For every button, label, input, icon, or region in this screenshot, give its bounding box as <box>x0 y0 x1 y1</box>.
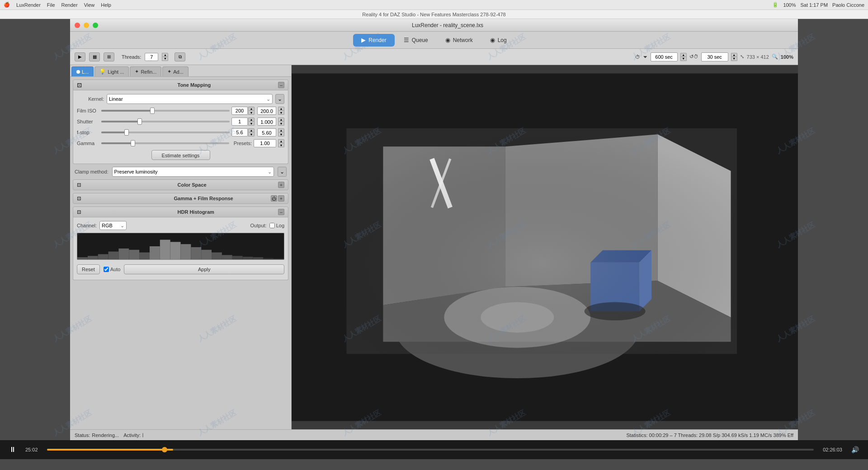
threads-input[interactable] <box>145 53 158 61</box>
file-menu[interactable]: File <box>47 2 55 8</box>
zoom-label: 100% <box>781 54 793 60</box>
sub-tab-lens[interactable]: L... <box>71 66 94 76</box>
gamma-film-toggle[interactable]: + <box>278 195 284 202</box>
apple-menu[interactable]: 🍎 <box>4 2 10 8</box>
maximize-button[interactable] <box>93 23 98 28</box>
fstop-display-steppers: ▲ ▼ <box>278 128 284 136</box>
presets-input[interactable] <box>254 139 276 147</box>
time2-up[interactable]: ▲ <box>731 53 737 57</box>
film-iso-disp-down[interactable]: ▼ <box>278 111 284 115</box>
shutter-disp-up[interactable]: ▲ <box>278 118 284 122</box>
fstop-input[interactable] <box>231 128 248 136</box>
presets-up[interactable]: ▲ <box>278 139 284 143</box>
light-icon: 💡 <box>99 69 106 75</box>
video-progress[interactable] <box>47 449 814 451</box>
film-iso-steppers: ▲ ▼ <box>248 107 255 115</box>
fstop-up[interactable]: ▲ <box>248 128 255 132</box>
shutter-up[interactable]: ▲ <box>248 118 255 122</box>
svg-rect-17 <box>253 257 263 259</box>
time2-input[interactable] <box>701 52 728 61</box>
time2-down[interactable]: ▼ <box>731 57 737 61</box>
network-tab-icon: ◉ <box>445 37 450 43</box>
clamp-arrow[interactable]: ⌄ <box>278 167 287 177</box>
hdr-histogram-header[interactable]: ⊡ HDR Histogram – <box>73 207 288 217</box>
svg-rect-1 <box>88 256 98 259</box>
fullscreen-button[interactable]: ⊞ <box>104 52 114 61</box>
film-iso-disp-up[interactable]: ▲ <box>278 107 284 111</box>
help-menu[interactable]: Help <box>101 2 111 8</box>
film-iso-slider[interactable] <box>101 110 230 112</box>
render-menu[interactable]: Render <box>61 2 78 8</box>
kernel-select[interactable]: Linear Reinhard <box>107 94 273 104</box>
fstop-disp-down[interactable]: ▼ <box>278 132 284 136</box>
gamma-label: Gamma <box>77 141 99 146</box>
gamma-film-power[interactable]: ⏻ <box>271 195 277 202</box>
close-button[interactable] <box>75 23 80 28</box>
auto-checkbox[interactable] <box>104 267 109 272</box>
tab-render[interactable]: ▶ Render <box>353 34 394 47</box>
play-button[interactable]: ▶ <box>75 52 85 61</box>
tab-log[interactable]: ◉ Log <box>482 34 515 47</box>
log-checkbox[interactable] <box>269 223 275 228</box>
fstop-down[interactable]: ▼ <box>248 132 255 136</box>
tone-mapping-icon: ⊡ <box>77 82 175 89</box>
queue-tab-icon: ☰ <box>404 37 409 43</box>
reset-button[interactable]: Reset <box>77 264 100 274</box>
minimize-button[interactable] <box>84 23 89 28</box>
grid-button[interactable]: ▦ <box>89 52 100 61</box>
sub-tab-light[interactable]: 💡 Light ... <box>94 66 129 76</box>
threads-down[interactable]: ▼ <box>162 57 168 61</box>
tone-mapping-toggle[interactable]: – <box>278 82 284 88</box>
video-play-button[interactable]: ⏸ <box>9 446 16 454</box>
time-down[interactable]: ▼ <box>680 57 687 61</box>
auto-checkbox-label[interactable]: Auto <box>104 267 121 272</box>
threads-up[interactable]: ▲ <box>162 53 168 57</box>
gamma-film-header[interactable]: ⊡ Gamma + Film Response ⏻ + <box>73 193 288 204</box>
shutter-down[interactable]: ▼ <box>248 122 255 126</box>
film-iso-input-group: ▲ ▼ <box>231 107 255 115</box>
apply-button[interactable]: Apply <box>124 264 284 274</box>
toolbar-right: ⏱ ⏷ ▲ ▼ ↺⏱ ▲ ▼ ⤡ 733 × 412 🔍 100% <box>635 52 793 61</box>
tone-mapping-header[interactable]: ⊡ Tone Mapping – <box>73 80 288 90</box>
presets-down[interactable]: ▼ <box>278 143 284 147</box>
fstop-steppers: ▲ ▼ <box>248 128 255 136</box>
tab-queue[interactable]: ☰ Queue <box>396 34 436 47</box>
hdr-histogram-content: Channel: RGB Red Green Blue Output: <box>73 217 288 280</box>
film-iso-down[interactable]: ▼ <box>248 111 255 115</box>
hdr-histogram-toggle[interactable]: – <box>278 209 284 215</box>
threads-steppers: ▲ ▼ <box>162 53 168 61</box>
sub-tab-advanced[interactable]: ✦ Ad... <box>162 66 189 76</box>
color-space-header[interactable]: ⊡ Color Space + <box>73 179 288 190</box>
svg-rect-3 <box>108 252 119 259</box>
video-thumb[interactable] <box>162 447 167 452</box>
shutter-slider[interactable] <box>101 121 230 122</box>
volume-icon[interactable]: 🔊 <box>851 446 859 453</box>
panel-scroll[interactable]: ⊡ Tone Mapping – Kernel: Linear Reinhard <box>70 77 291 429</box>
sub-tab-refine[interactable]: ✦ Refin... <box>130 66 161 76</box>
output-label: Output: <box>250 223 267 228</box>
shutter-input[interactable] <box>231 118 248 126</box>
clamp-select[interactable]: Preserve luminosity Cut <box>112 167 274 177</box>
fstop-label: f-stop <box>77 130 99 135</box>
estimate-settings-button[interactable]: Estimate settings <box>151 150 210 160</box>
view-menu[interactable]: View <box>84 2 95 8</box>
kernel-arrow[interactable]: ⌄ <box>275 94 284 104</box>
copy-button[interactable]: ⧉ <box>175 52 185 61</box>
gamma-slider[interactable] <box>101 142 229 144</box>
log-checkbox-label[interactable]: Log <box>269 223 284 228</box>
luxrender-menu[interactable]: LuxRender <box>16 2 41 8</box>
tab-network[interactable]: ◉ Network <box>437 34 481 47</box>
color-space-toggle[interactable]: + <box>278 182 284 188</box>
kernel-select-wrapper: Linear Reinhard <box>107 94 273 104</box>
shutter-disp-down[interactable]: ▼ <box>278 122 284 126</box>
film-iso-up[interactable]: ▲ <box>248 107 255 111</box>
svg-point-35 <box>585 302 646 320</box>
time-up[interactable]: ▲ <box>680 53 687 57</box>
time-input[interactable] <box>651 52 678 61</box>
activity-item: Activity: <box>123 432 143 438</box>
fstop-slider[interactable] <box>101 132 230 133</box>
fstop-disp-up[interactable]: ▲ <box>278 128 284 132</box>
refine-tab-label: Refin... <box>141 69 156 75</box>
film-iso-input[interactable] <box>231 107 248 115</box>
channel-select[interactable]: RGB Red Green Blue <box>99 221 127 230</box>
